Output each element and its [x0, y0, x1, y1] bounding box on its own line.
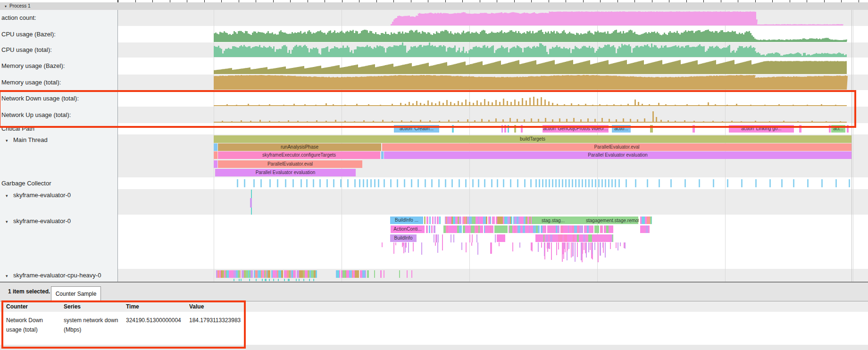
gc-tick[interactable]	[575, 179, 576, 187]
gc-tick[interactable]	[635, 179, 636, 187]
gc-tick[interactable]	[354, 179, 356, 187]
trace-slice[interactable]	[613, 225, 613, 233]
hanging-slice[interactable]	[437, 242, 438, 253]
hanging-slice[interactable]	[572, 242, 573, 257]
hanging-slice[interactable]	[538, 242, 539, 250]
gc-tick[interactable]	[517, 179, 518, 187]
gc-tick[interactable]	[431, 179, 433, 187]
sidebar-track-label[interactable]: Network Down usage (total):	[0, 93, 117, 104]
gc-tick[interactable]	[411, 179, 412, 187]
gc-tick[interactable]	[535, 179, 537, 187]
hanging-slice[interactable]	[582, 242, 583, 254]
sidebar-track-label[interactable]: ▾skyframe-evaluator-0	[0, 190, 117, 201]
hanging-slice[interactable]	[512, 242, 513, 251]
gc-tick[interactable]	[611, 179, 613, 187]
hanging-slice[interactable]	[471, 242, 472, 246]
collapse-arrow-icon[interactable]: ▾	[6, 216, 13, 227]
gc-tick[interactable]	[555, 179, 557, 187]
trace-subtick[interactable]	[278, 279, 279, 281]
hanging-slice[interactable]	[541, 242, 542, 248]
gc-tick[interactable]	[585, 179, 586, 187]
counter-chart-cpu-usage-total-[interactable]	[0, 42, 868, 58]
hanging-slice[interactable]	[490, 242, 491, 254]
trace-slice[interactable]	[384, 270, 384, 278]
main-thread-slice[interactable]	[214, 151, 217, 159]
hanging-slice[interactable]	[413, 242, 414, 251]
trace-slice[interactable]	[648, 225, 650, 233]
gc-tick[interactable]	[699, 179, 700, 187]
sidebar-track-label[interactable]: Network Up usage (total):	[0, 109, 117, 121]
gc-tick[interactable]	[552, 179, 553, 187]
hanging-slice[interactable]	[584, 242, 584, 250]
main-thread-slice[interactable]: Parallel Evaluator evaluation	[215, 169, 356, 176]
main-thread-slice[interactable]: buildTargets	[214, 135, 851, 143]
trace-slice[interactable]	[339, 270, 340, 278]
sidebar-track-label[interactable]: ▾Main Thread	[0, 134, 117, 146]
gc-tick[interactable]	[306, 179, 308, 187]
trace-subtick[interactable]	[239, 279, 240, 281]
gc-tick[interactable]	[510, 179, 511, 187]
hanging-slice[interactable]	[393, 242, 394, 254]
gc-tick[interactable]	[539, 179, 540, 187]
trace-slice[interactable]	[490, 217, 491, 224]
critical-path-slice[interactable]	[847, 125, 849, 133]
gc-tick[interactable]	[565, 179, 567, 187]
gc-tick[interactable]	[367, 179, 368, 187]
trace-slice[interactable]	[432, 217, 434, 224]
main-thread-slice[interactable]: Parallel Evaluator evaluation	[384, 151, 851, 159]
trace-slice[interactable]	[472, 234, 473, 242]
gc-tick[interactable]	[417, 179, 419, 187]
trace-slice[interactable]	[482, 225, 483, 233]
trace-subtick[interactable]	[296, 279, 297, 281]
hanging-slice[interactable]	[620, 242, 621, 245]
trace-slice[interactable]	[582, 225, 583, 233]
hanging-slice[interactable]	[547, 242, 548, 249]
critical-path-slice[interactable]: actio...	[612, 125, 631, 133]
trace-subtick[interactable]	[266, 279, 267, 281]
gc-tick[interactable]	[793, 179, 794, 187]
hanging-slice[interactable]	[581, 242, 582, 260]
trace-slice[interactable]	[437, 217, 439, 224]
evaluator-slice[interactable]: BuildInfo ...	[390, 217, 423, 224]
main-thread-slice[interactable]: runAnalysisPhase	[218, 143, 381, 151]
track-row-skyframe-evaluator-0-a[interactable]	[117, 189, 868, 215]
trace-subtick[interactable]	[273, 279, 274, 281]
trace-slice[interactable]	[365, 270, 366, 278]
gc-tick[interactable]	[313, 179, 314, 187]
trace-subtick[interactable]	[313, 279, 314, 281]
gc-tick[interactable]	[568, 179, 570, 187]
gc-tick[interactable]	[347, 179, 349, 187]
hanging-slice[interactable]	[406, 242, 407, 248]
gc-tick[interactable]	[491, 179, 492, 187]
main-thread-slice[interactable]: ParallelEvaluator.eval	[382, 143, 851, 151]
gc-tick[interactable]	[390, 179, 392, 187]
trace-slice[interactable]	[267, 270, 270, 278]
evaluator-mark-violet[interactable]	[250, 198, 252, 208]
hanging-slice[interactable]	[519, 242, 520, 248]
hanging-slice[interactable]	[565, 242, 566, 252]
hanging-slice[interactable]	[594, 242, 595, 250]
gc-tick[interactable]	[524, 179, 526, 187]
sidebar-track-label[interactable]: Garbage Collector	[0, 178, 117, 189]
main-thread-slice[interactable]: skyframeExecutor.configureTargets	[218, 151, 380, 159]
trace-slice[interactable]	[591, 225, 593, 233]
gc-tick[interactable]	[821, 179, 823, 187]
gc-tick[interactable]	[397, 179, 398, 187]
trace-subtick[interactable]	[289, 279, 290, 281]
hanging-slice[interactable]	[532, 242, 533, 251]
trace-slice[interactable]	[538, 225, 540, 233]
hanging-slice[interactable]	[603, 242, 604, 253]
hanging-slice[interactable]	[562, 242, 563, 262]
sidebar-track-label[interactable]: ▾skyframe-evaluator-cpu-heavy-0	[0, 270, 117, 282]
critical-path-slice[interactable]	[504, 125, 506, 133]
gc-tick[interactable]	[608, 179, 609, 187]
hanging-slice[interactable]	[435, 242, 436, 246]
trace-subtick[interactable]	[241, 279, 242, 281]
trace-slice[interactable]	[435, 234, 436, 242]
hanging-slice[interactable]	[408, 242, 409, 253]
gc-tick[interactable]	[459, 179, 460, 187]
critical-path-slice[interactable]	[501, 125, 503, 133]
gc-tick[interactable]	[592, 179, 593, 187]
trace-subtick[interactable]	[309, 279, 310, 281]
trace-slice[interactable]	[476, 234, 477, 242]
